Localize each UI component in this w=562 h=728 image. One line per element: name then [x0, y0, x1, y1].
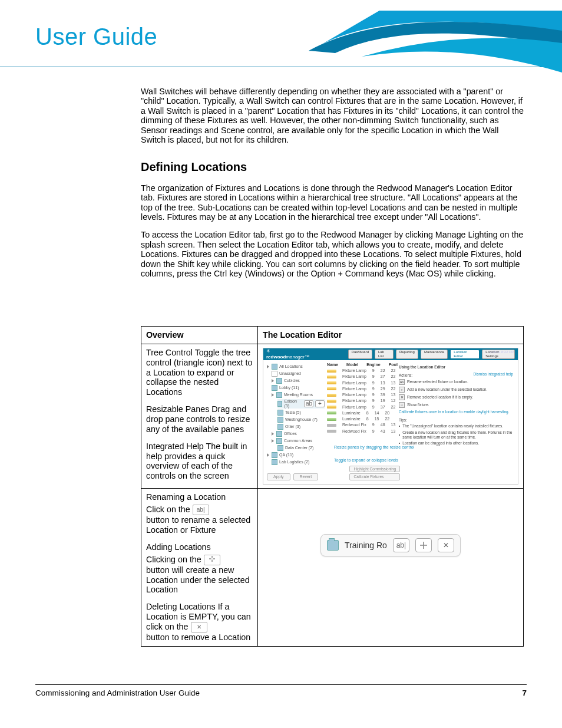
section-heading: Defining Locations — [141, 160, 524, 174]
section-p1: The organization of Fixtures and Locatio… — [141, 183, 524, 222]
overview-editor-table: Overview The Location Editor Tree Contro… — [141, 326, 524, 647]
fixture-grid[interactable]: NameModelEnginePool Fixture Lamp92222 Fi… — [327, 363, 396, 434]
svg-rect-0 — [211, 558, 213, 559]
tab-lablist[interactable]: Lab List — [375, 350, 394, 359]
revert-button[interactable]: Revert — [293, 473, 319, 480]
add-icon — [204, 555, 220, 565]
app-brand: ✳ redwoodmanager™ — [266, 348, 314, 360]
node-name: Training Ro — [345, 541, 387, 551]
add-line1: Clicking on the — [146, 555, 201, 564]
body-text: Wall Switches will behave differently de… — [141, 87, 524, 287]
tab-maintenance[interactable]: Maintenance — [421, 350, 448, 359]
location-node-screenshot: Training Ro ab| ✕ — [263, 492, 518, 598]
page-number: 7 — [522, 689, 527, 697]
delete-icon: ✕ — [191, 622, 207, 633]
dismiss-help-link[interactable]: Dismiss integrated help — [473, 372, 513, 377]
intro-paragraph: Wall Switches will behave differently de… — [141, 87, 524, 145]
add-button[interactable] — [415, 538, 432, 552]
rename-button[interactable]: ab| — [393, 538, 409, 552]
rename-line1: Click on the — [146, 505, 190, 514]
delete-icon: ✕ — [399, 394, 405, 400]
calibrate-fixtures-button[interactable]: Calibrate Fixtures — [349, 473, 400, 480]
th-editor: The Location Editor — [258, 327, 524, 344]
resize-hint: Resize panes by dragging the resize cont… — [334, 445, 414, 450]
show-icon: ○ — [399, 402, 405, 408]
location-tree[interactable]: All Locations Unassigned Cubicles Lobby … — [266, 363, 325, 467]
rename-location-title: Renaming a Location — [146, 492, 253, 502]
highlight-commissioning-button[interactable]: Highlight Commissioning — [349, 466, 400, 473]
delete-button[interactable]: ✕ — [438, 538, 454, 552]
rename-icon: ab — [399, 379, 405, 385]
rename-icon: ab| — [193, 505, 209, 515]
section-p2: To access the Location Editor tab, first… — [141, 230, 524, 278]
rename-line2: button to rename a selected Location or … — [146, 515, 253, 535]
footer-title: Commissioning and Administration User Gu… — [35, 689, 200, 697]
cell-editor-2: Training Ro ab| ✕ — [258, 488, 524, 646]
app-timestamp: 7/13/12 8:22 PM — [488, 350, 514, 354]
tree-control-title: Tree Control — [146, 348, 193, 357]
toggle-hint: Toggle to expand or collapse levels — [334, 458, 398, 463]
add-icon: + — [399, 387, 405, 393]
page-header: User Guide — [0, 11, 562, 67]
integrated-help-title: Integrated Help — [146, 442, 204, 451]
delete-line2: button to remove a Location — [146, 633, 253, 643]
folder-icon — [327, 540, 339, 551]
doc-title: User Guide — [35, 24, 157, 50]
th-overview: Overview — [141, 327, 258, 344]
tab-reporting[interactable]: Reporting — [396, 350, 418, 359]
delete-location-title: Deleting Locations — [146, 602, 216, 611]
apply-button[interactable]: Apply — [267, 473, 290, 480]
location-editor-screenshot: ✳ redwoodmanager™ Dashboard Lab List Rep… — [263, 348, 518, 485]
add-line2: button will create a new Location under … — [146, 565, 253, 595]
cell-overview-1: Tree Control Toggle the tree control (tr… — [141, 344, 258, 488]
resizable-panes-title: Resizable Panes — [146, 404, 209, 414]
tab-location-editor[interactable]: Location Editor — [450, 350, 480, 359]
cell-overview-2: Renaming a Location Click on the ab| but… — [141, 488, 258, 646]
page-footer: Commissioning and Administration User Gu… — [35, 684, 527, 697]
integrated-help-panel: Using the Location Editor Dismiss integr… — [399, 365, 514, 447]
header-swoosh-graphic — [309, 11, 562, 73]
tab-dashboard[interactable]: Dashboard — [348, 350, 372, 359]
add-location-title: Adding Locations — [146, 542, 253, 552]
cell-editor-1: ✳ redwoodmanager™ Dashboard Lab List Rep… — [258, 344, 524, 488]
